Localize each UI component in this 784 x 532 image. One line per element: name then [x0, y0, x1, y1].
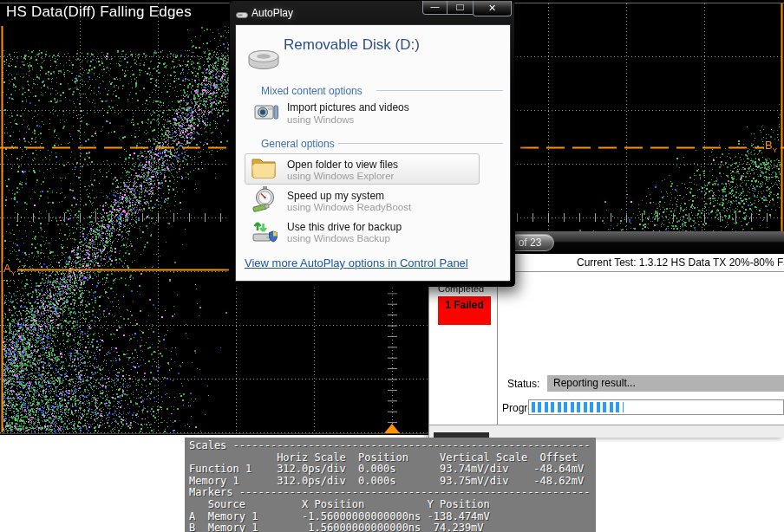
- current-test-label: Current Test: 1.3.12 HS Data TX 20%-80% …: [577, 256, 784, 269]
- test-window-content: Completed 1 Failed Status: Reporting res…: [429, 272, 784, 425]
- scales-readout-panel: Scales ---------------------------------…: [185, 438, 596, 532]
- folder-icon: [251, 156, 277, 183]
- autoplay-titlebar-icon: [236, 8, 248, 23]
- section-divider: [338, 143, 503, 144]
- autoplay-window-title: AutoPlay: [252, 7, 293, 19]
- maximize-icon: [456, 4, 464, 10]
- camera-icon: [254, 100, 278, 127]
- status-value-field: Reporting result...: [547, 375, 784, 392]
- autoplay-dialog: AutoPlay — ✕ Removable Disk (D:) Mixed c…: [229, 0, 515, 287]
- autoplay-titlebar[interactable]: AutoPlay — ✕: [230, 1, 514, 24]
- marker-b-label[interactable]: BY: [764, 139, 778, 157]
- plot-title: HS Data(Diff) Falling Edges: [6, 3, 192, 21]
- autoplay-client-area: Removable Disk (D:) Mixed content option…: [235, 24, 511, 282]
- autoplay-option-open-folder-title[interactable]: Open folder to view files: [287, 159, 398, 171]
- minimize-button[interactable]: —: [422, 1, 448, 15]
- autoplay-option-import-sub: using Windows: [287, 114, 354, 125]
- section-label-general: General options: [261, 138, 335, 150]
- backup-icon: [252, 217, 278, 247]
- autoplay-option-backup[interactable]: Use this drive for backup: [287, 221, 402, 233]
- autoplay-option-backup-sub: using Windows Backup: [287, 233, 390, 243]
- status-label: Status:: [507, 378, 539, 390]
- section-label-mixed-content: Mixed content options: [261, 85, 363, 97]
- autoplay-option-open-folder-sub: using Windows Explorer: [287, 171, 394, 181]
- window-controls: — ✕: [422, 1, 512, 16]
- marker-a-label[interactable]: AY: [3, 263, 16, 280]
- readyboost-icon: [252, 186, 277, 216]
- autoplay-option-import[interactable]: Import pictures and videos: [287, 101, 409, 114]
- close-button[interactable]: ✕: [473, 1, 512, 16]
- failed-result-cell[interactable]: 1 Failed: [438, 296, 491, 325]
- section-divider: [376, 90, 503, 91]
- autoplay-header: Removable Disk (D:): [284, 36, 420, 54]
- test-window-bottom-strip: [429, 425, 784, 438]
- autoplay-option-speedup[interactable]: Speed up my system: [287, 190, 384, 202]
- removable-disk-icon: [247, 47, 280, 75]
- progress-bar: [528, 399, 784, 415]
- view-more-autoplay-options-link[interactable]: View more AutoPlay options in Control Pa…: [245, 256, 468, 269]
- maximize-button[interactable]: [448, 1, 473, 15]
- results-column: Completed 1 Failed: [429, 272, 498, 425]
- scales-readout-text: Scales ---------------------------------…: [185, 438, 596, 532]
- progress-bar-segments: [532, 402, 624, 412]
- autoplay-option-speedup-sub: using Windows ReadyBoost: [287, 202, 411, 212]
